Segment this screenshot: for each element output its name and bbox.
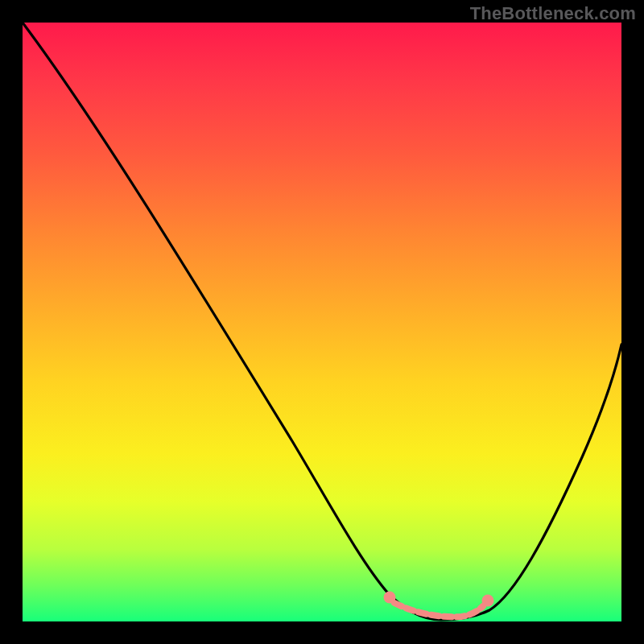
plot-gradient-background [23,23,621,621]
watermark-text: TheBottleneck.com [470,3,636,24]
chart-frame: TheBottleneck.com [0,0,644,644]
